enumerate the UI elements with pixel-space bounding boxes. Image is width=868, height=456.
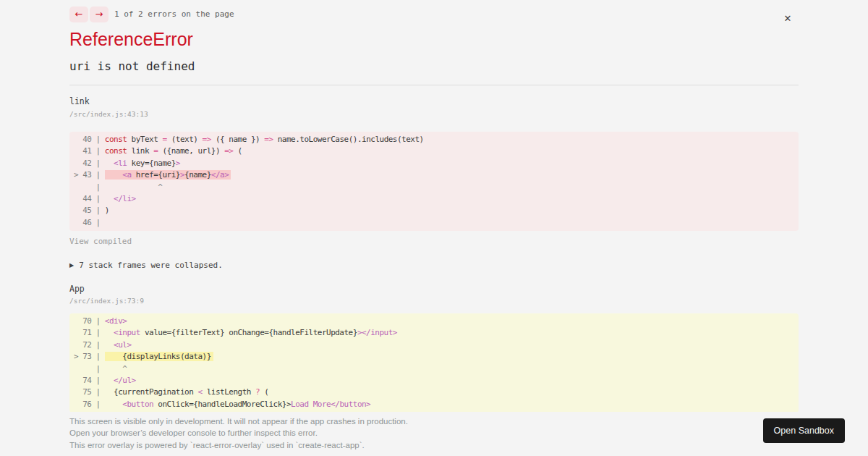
next-error-button[interactable]: → [90, 7, 109, 22]
stack-frame-function-name: link [69, 96, 90, 106]
footer-note-powered-by: This error overlay is powered by `react-… [69, 440, 365, 450]
open-sandbox-button[interactable]: Open Sandbox [763, 418, 845, 443]
footer-note-console: Open your browser’s developer console to… [69, 428, 318, 438]
footer-note-development: This screen is visible only in developme… [69, 416, 408, 426]
view-compiled-link[interactable]: View compiled [69, 237, 132, 246]
close-overlay-button[interactable]: ✕ [780, 10, 796, 26]
stack-frame-function-name: App [69, 284, 85, 294]
collapsed-stack-frames-label: 7 stack frames were collapsed. [79, 261, 223, 270]
stack-frame-source-location: /src/index.js:73:9 [69, 297, 144, 305]
close-icon: ✕ [784, 13, 792, 24]
error-counter: 1 of 2 errors on the page [114, 9, 234, 19]
react-error-overlay: ← → 1 of 2 errors on the page ✕ Referenc… [0, 0, 868, 456]
stack-frame-source-location: /src/index.js:43:13 [69, 110, 148, 118]
error-message: uri is not defined [69, 59, 195, 73]
divider [69, 85, 799, 85]
previous-error-button[interactable]: ← [69, 7, 88, 22]
left-arrow-icon: ← [75, 9, 83, 20]
code-frame-app: 70 | <div> 71 | <input value={filterText… [69, 313, 799, 413]
right-arrow-icon: → [95, 9, 103, 20]
expand-triangle-icon: ▶ [69, 262, 74, 269]
error-type-heading: ReferenceError [69, 29, 193, 50]
footer: This screen is visible only in developme… [0, 412, 868, 456]
collapsed-stack-frames-toggle[interactable]: ▶7 stack frames were collapsed. [69, 261, 223, 270]
code-frame-error: 40 | const byText = (text) => ({ name })… [69, 132, 799, 231]
